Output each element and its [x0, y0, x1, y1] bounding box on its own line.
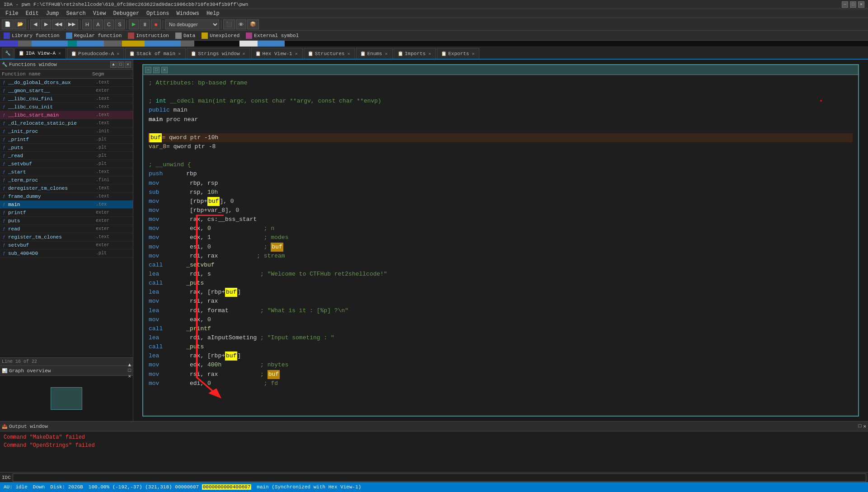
code-scroll[interactable]: ; Attributes: bp-based frame ; int __cde… [143, 75, 858, 416]
func-row---gmon-start--[interactable]: ƒ__gmon_start__exter [0, 87, 133, 95]
menu-help[interactable]: Help [203, 9, 223, 18]
output-close[interactable]: ✕ [863, 423, 866, 429]
op-sub: rsp, [172, 188, 207, 197]
tb-c[interactable]: C [104, 19, 114, 29]
func-seg-_read: .plt [96, 153, 132, 158]
tab-pseudo-close[interactable]: ✕ [116, 51, 120, 57]
func-row-main[interactable]: ƒmain.tex [0, 201, 133, 209]
asm-call-puts2: call _puts [149, 342, 853, 351]
tb-watch[interactable]: 👁 [236, 19, 246, 29]
tb-bp[interactable]: ⬛ [223, 19, 235, 29]
menu-options[interactable]: Options [143, 9, 173, 18]
tab-strings[interactable]: 📋 Strings window ✕ [187, 48, 250, 59]
func-row---libc-csu-fini[interactable]: ƒ__libc_csu_fini.text [0, 95, 133, 103]
func-row--dl-relocate-static-pie[interactable]: ƒ_dl_relocate_static_pie.text [0, 119, 133, 127]
tb-back2[interactable]: ◀◀ [52, 19, 65, 29]
tb-fwd2[interactable]: ▶▶ [66, 19, 78, 29]
tb-back[interactable]: ◀ [30, 19, 40, 29]
tb-open[interactable]: 📂 [14, 19, 26, 29]
tab-hexview[interactable]: 📋 Hex View-1 ✕ [251, 48, 303, 59]
graphoverview-close[interactable]: ✕ [128, 373, 131, 379]
func-row---do-global-dtors-aux[interactable]: ƒ__do_global_dtors_aux.text [0, 79, 133, 87]
tab-stack-close[interactable]: ✕ [177, 51, 182, 57]
bottom-panels: 📤 Output window □ ✕ Command "MakeData" f… [0, 421, 868, 482]
menu-edit[interactable]: Edit [22, 9, 42, 18]
menu-debugger[interactable]: Debugger [109, 9, 143, 18]
menu-jump[interactable]: Jump [42, 9, 63, 18]
func-row-sub-4004D0[interactable]: ƒsub_4004D0.plt [0, 249, 133, 258]
close-button[interactable]: ✕ [858, 1, 864, 8]
graphoverview-header: 📊 Graph overview ▲ □ ✕ [0, 366, 133, 376]
func-seg-__gmon_start__: exter [96, 88, 132, 93]
tab-stack[interactable]: 📋 Stack of main ✕ [125, 48, 186, 59]
codebox-btn3[interactable]: ✕ [161, 67, 168, 73]
menu-file[interactable]: File [2, 9, 22, 18]
output-float[interactable]: □ [859, 423, 862, 429]
tb-struct[interactable]: S [115, 19, 125, 29]
tb-step[interactable]: ⏸ [140, 19, 150, 29]
asm-call-puts1: call _puts [149, 279, 853, 288]
funcpanel-float[interactable]: □ [117, 61, 124, 68]
tab-enums[interactable]: 📋 Enums ✕ [356, 48, 393, 59]
tb-hex[interactable]: H [82, 19, 92, 29]
maximize-button[interactable]: □ [850, 1, 856, 8]
tab-ida-close[interactable]: ✕ [57, 50, 62, 56]
funcpanel-collapse[interactable]: ▲ [110, 61, 117, 68]
tb-new[interactable]: 📄 [2, 19, 14, 29]
func-row--setvbuf[interactable]: ƒ_setvbuf.plt [0, 160, 133, 168]
tab-pseudocode[interactable]: 📋 Pseudocode-A ✕ [67, 48, 124, 59]
func-row-register-tm-clones[interactable]: ƒregister_tm_clones.text [0, 233, 133, 241]
tab-exports-icon: 📋 [441, 51, 446, 56]
function-list[interactable]: ƒ__do_global_dtors_aux.textƒ__gmon_start… [0, 79, 133, 357]
asm-sub-rsp: sub rsp, 10h [149, 188, 853, 197]
graphoverview-collapse[interactable]: ▲ [128, 362, 131, 368]
tab-hex-close[interactable]: ✕ [294, 51, 299, 57]
func-row-read[interactable]: ƒreadexter [0, 225, 133, 233]
tab-imports-close[interactable]: ✕ [427, 51, 432, 57]
func-row--printf[interactable]: ƒ_printf.plt [0, 136, 133, 144]
tab-exports-close[interactable]: ✕ [471, 51, 475, 57]
tb-stop[interactable]: ■ [151, 19, 161, 29]
tab-imports[interactable]: 📋 Imports ✕ [394, 48, 436, 59]
menu-search[interactable]: Search [62, 9, 89, 18]
func-row-deregister-tm-clones[interactable]: ƒderegister_tm_clones.text [0, 184, 133, 192]
op-mov5: ecx, [172, 224, 207, 233]
tb-modules[interactable]: 📦 [247, 19, 259, 29]
graphoverview-canvas [0, 376, 133, 421]
debugger-select[interactable]: No debugger [165, 19, 219, 29]
tab-strings-close[interactable]: ✕ [242, 51, 246, 57]
tb-run[interactable]: ▶ [129, 19, 139, 29]
tb-fwd[interactable]: ▶ [41, 19, 51, 29]
func-row-printf[interactable]: ƒprintfexter [0, 209, 133, 217]
tab-structures[interactable]: 📋 Structures ✕ [304, 48, 355, 59]
func-row--read[interactable]: ƒ_read.plt [0, 152, 133, 160]
func-row-frame-dummy[interactable]: ƒframe_dummy.text [0, 192, 133, 201]
codebox-btn1[interactable]: — [145, 67, 151, 73]
func-row--term-proc[interactable]: ƒ_term_proc.fini [0, 176, 133, 184]
func-row--init-proc[interactable]: ƒ_init_proc.init [0, 127, 133, 136]
func-row--puts[interactable]: ƒ_puts.plt [0, 144, 133, 152]
minimize-button[interactable]: — [842, 1, 848, 8]
ns-reg3 [145, 41, 181, 47]
public-kw: public [149, 106, 170, 115]
func-seg-sub_4004D0: .plt [96, 251, 132, 256]
menu-view[interactable]: View [89, 9, 110, 18]
idc-input[interactable] [13, 473, 866, 482]
funcpanel-close[interactable]: ✕ [125, 61, 131, 68]
tab-struct-close[interactable]: ✕ [347, 51, 351, 57]
tab-enums-close[interactable]: ✕ [384, 51, 389, 57]
func-row---libc-csu-init[interactable]: ƒ__libc_csu_init.text [0, 103, 133, 111]
func-row--start[interactable]: ƒ_start.text [0, 168, 133, 176]
func-row-puts[interactable]: ƒputsexter [0, 217, 133, 225]
tab-exports[interactable]: 📋 Exports ✕ [437, 48, 479, 59]
status-address: 0000000000400607 [202, 484, 252, 490]
menu-windows[interactable]: Windows [173, 9, 203, 18]
asm-lea-rdi-s: lea rdi, s ; "Welcome to CTFHub ret2shel… [149, 270, 853, 279]
tab-ida-view[interactable]: 📋 IDA View-A ✕ [14, 48, 66, 59]
func-row-setvbuf[interactable]: ƒsetvbufexter [0, 241, 133, 249]
graphoverview-float[interactable]: □ [128, 368, 131, 373]
mnem-mov3: mov [149, 206, 172, 215]
codebox-btn2[interactable]: □ [153, 67, 160, 73]
func-row---libc-start-main[interactable]: ƒ__libc_start_main.text [0, 111, 133, 119]
tb-asm[interactable]: A [93, 19, 103, 29]
